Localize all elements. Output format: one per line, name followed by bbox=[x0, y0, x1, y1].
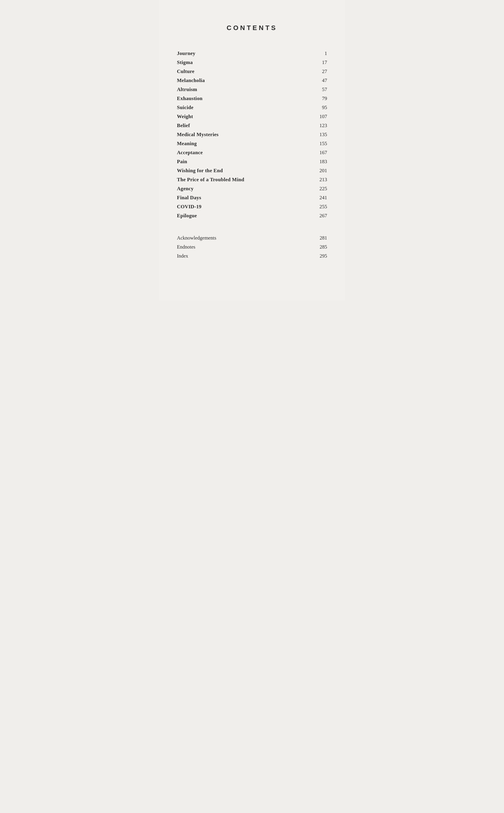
toc-item: Medical Mysteries135 bbox=[177, 131, 327, 138]
toc-item: Journey1 bbox=[177, 50, 327, 57]
toc-item: Culture27 bbox=[177, 68, 327, 75]
toc-chapter-page: 225 bbox=[315, 186, 327, 192]
toc-item: Pain183 bbox=[177, 158, 327, 165]
toc-chapter-page: 27 bbox=[315, 68, 327, 75]
toc-chapter-title: Melancholia bbox=[177, 78, 205, 84]
toc-chapter-title: Wishing for the End bbox=[177, 168, 223, 174]
toc-chapter-page: 17 bbox=[315, 59, 327, 65]
toc-item: Wishing for the End201 bbox=[177, 167, 327, 174]
toc-chapter-title: Journey bbox=[177, 50, 196, 56]
toc-item: Melancholia47 bbox=[177, 77, 327, 84]
toc-chapter-title: Weight bbox=[177, 114, 193, 120]
toc-chapter-page: 47 bbox=[315, 78, 327, 84]
toc-chapter-title: Meaning bbox=[177, 141, 197, 147]
toc-chapter-page: 79 bbox=[315, 96, 327, 102]
toc-chapter-page: 123 bbox=[315, 123, 327, 129]
toc-chapter-page: 57 bbox=[315, 87, 327, 93]
toc-item: Meaning155 bbox=[177, 140, 327, 147]
toc-chapter-page: 213 bbox=[315, 177, 327, 183]
toc-chapter-title: Acceptance bbox=[177, 150, 203, 156]
toc-chapter-title: Exhaustion bbox=[177, 96, 202, 102]
toc-item: COVID-19255 bbox=[177, 203, 327, 210]
toc-back-matter-item: Index295 bbox=[177, 252, 327, 260]
toc-chapter-title: The Price of a Troubled Mind bbox=[177, 177, 244, 183]
toc-chapter-title: Pain bbox=[177, 159, 187, 165]
toc-chapter-title: Belief bbox=[177, 123, 190, 129]
toc-chapter-page: 155 bbox=[315, 141, 327, 147]
toc-chapter-title: Suicide bbox=[177, 105, 193, 111]
toc-item: Altruism57 bbox=[177, 86, 327, 93]
toc-item: Acceptance167 bbox=[177, 149, 327, 156]
toc-chapter-page: 201 bbox=[315, 168, 327, 174]
toc-chapter-title: Final Days bbox=[177, 195, 201, 201]
toc-back-page: 285 bbox=[315, 244, 327, 250]
toc-chapter-page: 267 bbox=[315, 213, 327, 219]
toc-chapter-page: 183 bbox=[315, 159, 327, 165]
toc-item: Weight107 bbox=[177, 113, 327, 120]
toc-chapter-title: Stigma bbox=[177, 59, 193, 65]
section-divider bbox=[177, 228, 327, 234]
toc-chapter-page: 95 bbox=[315, 105, 327, 111]
toc-chapter-title: COVID-19 bbox=[177, 204, 202, 210]
toc-item: The Price of a Troubled Mind213 bbox=[177, 176, 327, 183]
book-page: CONTENTS Journey1Stigma17Culture27Melanc… bbox=[159, 0, 345, 300]
toc-chapter-title: Altruism bbox=[177, 87, 197, 93]
back-matter-section: Acknowledgements281Endnotes285Index295 bbox=[177, 234, 327, 260]
toc-item: Suicide95 bbox=[177, 104, 327, 111]
toc-back-matter-item: Endnotes285 bbox=[177, 243, 327, 251]
toc-back-title: Index bbox=[177, 253, 188, 259]
toc-chapter-page: 255 bbox=[315, 204, 327, 210]
toc-item: Exhaustion79 bbox=[177, 95, 327, 102]
toc-back-title: Acknowledgements bbox=[177, 235, 216, 241]
toc-chapter-page: 107 bbox=[315, 114, 327, 120]
toc-chapter-title: Culture bbox=[177, 68, 194, 75]
toc-item: Agency225 bbox=[177, 185, 327, 192]
toc-back-page: 295 bbox=[315, 253, 327, 259]
contents-heading: CONTENTS bbox=[177, 24, 327, 32]
toc-chapter-title: Agency bbox=[177, 186, 194, 192]
toc-chapter-page: 1 bbox=[315, 50, 327, 56]
toc-item: Final Days241 bbox=[177, 194, 327, 201]
toc-back-title: Endnotes bbox=[177, 244, 195, 250]
toc-item: Epilogue267 bbox=[177, 212, 327, 219]
toc-chapter-title: Medical Mysteries bbox=[177, 132, 219, 138]
toc-item: Belief123 bbox=[177, 122, 327, 129]
toc-back-page: 281 bbox=[315, 235, 327, 241]
toc-item: Stigma17 bbox=[177, 59, 327, 66]
toc-chapter-page: 135 bbox=[315, 132, 327, 138]
toc-back-matter-item: Acknowledgements281 bbox=[177, 234, 327, 242]
toc-chapter-title: Epilogue bbox=[177, 213, 197, 219]
main-chapters-section: Journey1Stigma17Culture27Melancholia47Al… bbox=[177, 50, 327, 219]
toc-chapter-page: 167 bbox=[315, 150, 327, 156]
toc-chapter-page: 241 bbox=[315, 195, 327, 201]
